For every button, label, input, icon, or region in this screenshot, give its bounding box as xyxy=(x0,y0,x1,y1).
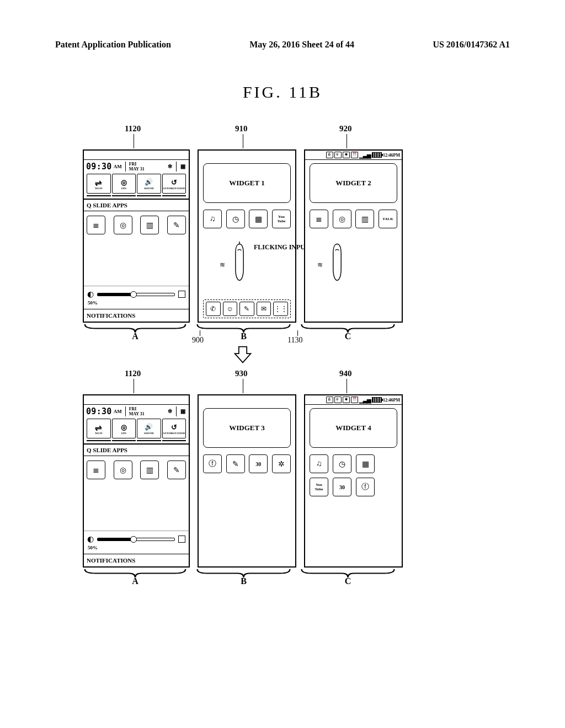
dock-apps-icon[interactable]: ⋮⋮ xyxy=(273,302,288,316)
callout-910: 910 xyxy=(235,124,248,133)
brightness-auto-checkbox[interactable] xyxy=(178,291,185,298)
brightness-icon: ◐ xyxy=(87,534,94,544)
figure-title: FIG. 11B xyxy=(0,83,565,101)
toggle-gps[interactable]: ◎ GPS xyxy=(112,174,136,194)
battery-icon xyxy=(372,397,382,403)
app-music-icon[interactable]: ♫ xyxy=(203,210,222,228)
signal-icon: ▁▃▅ xyxy=(359,152,371,158)
app-youtube-icon[interactable]: YouTube xyxy=(272,210,291,228)
brace-c2: C xyxy=(345,576,351,586)
brightness-auto-checkbox[interactable] xyxy=(178,536,185,543)
app-social-icon[interactable]: ⓕ xyxy=(356,478,375,496)
app-widgets-icon[interactable]: ▦ xyxy=(249,210,268,228)
widget-1[interactable]: WIDGET 1 xyxy=(203,163,291,203)
app-compass-icon[interactable]: ✲ xyxy=(272,454,291,473)
sound-icon: 🔊 xyxy=(145,178,153,187)
notifications-label: NOTIFICATIONS xyxy=(84,554,189,566)
qslide-app-1[interactable]: ≣ xyxy=(87,216,105,234)
status-time: 12:46PM xyxy=(383,398,400,403)
status-alarm-icon: ⏰ xyxy=(351,397,358,403)
clock-time: 09:30 xyxy=(86,406,112,416)
callout-930: 930 xyxy=(235,369,248,378)
app-draw-icon[interactable]: ✎ xyxy=(226,454,245,473)
app-calendar-icon[interactable]: 30 xyxy=(249,454,268,473)
qslide-app-1[interactable]: ≣ xyxy=(87,461,105,479)
qslide-apps-row: ≣ ◎ ▥ ✎ xyxy=(84,211,189,238)
motion-lines-icon: ≋ xyxy=(220,261,225,269)
qslide-app-4[interactable]: ✎ xyxy=(167,461,186,479)
qslide-app-3[interactable]: ▥ xyxy=(140,461,159,479)
brightness-icon: ◐ xyxy=(87,290,94,299)
app-widgets-icon[interactable]: ▦ xyxy=(356,454,375,473)
toggle-sound[interactable]: 🔊SOUND xyxy=(137,419,161,438)
grid-icon[interactable]: ▦ xyxy=(179,408,186,415)
settings-icon[interactable]: ✻ xyxy=(166,408,173,415)
rotate-icon: ↺ xyxy=(171,178,177,187)
qslide-app-4[interactable]: ✎ xyxy=(167,216,186,234)
row-1: 09:30 AM FRI MAY 31 ✻ ▦ ⇌ WI-FI xyxy=(83,149,403,323)
toggle-gps[interactable]: ◎GPS xyxy=(112,419,136,438)
app-memo-icon[interactable]: ≣ xyxy=(310,210,328,228)
clock-day: FRI xyxy=(129,406,145,411)
widget-4[interactable]: WIDGET 4 xyxy=(310,408,397,448)
app-talk-icon[interactable]: TALK xyxy=(379,210,397,228)
app-camera-icon[interactable]: ◎ xyxy=(333,210,351,228)
panel-b-top: WIDGET 1 ♫ ◷ ▦ YouTube ≋ FLICKING INPUT … xyxy=(198,149,296,323)
brightness-slider[interactable]: ◐ xyxy=(84,286,189,300)
qslide-app-2[interactable]: ◎ xyxy=(114,461,132,479)
dock-phone-icon[interactable]: ✆ xyxy=(206,302,221,316)
brace-a: A xyxy=(132,331,138,341)
app-clock-icon[interactable]: ◷ xyxy=(333,454,351,473)
settings-icon[interactable]: ✻ xyxy=(166,163,173,170)
panel-a-bottom: 09:30 AM FRI MAY 31 ✻ ▦ ⇌WI-FI ◎GPS 🔊SOU… xyxy=(83,394,190,568)
toggle-autorotation[interactable]: ↺AUTOROTATION xyxy=(162,419,186,438)
clock-date: MAY 31 xyxy=(129,411,145,416)
toggle-wifi[interactable]: ⇌ WI-FI xyxy=(87,174,111,194)
widget-2[interactable]: WIDGET 2 xyxy=(310,163,397,203)
panel-c-bottom: ⎙ ᯤ ✽ ⏰ ▁▃▅ 12:46PM WIDGET 4 ♫ ◷ ▦ YouTu… xyxy=(304,394,403,568)
status-wifi-icon: ᯤ xyxy=(334,152,342,158)
header-center: May 26, 2016 Sheet 24 of 44 xyxy=(249,40,354,50)
app-music-icon[interactable]: ♫ xyxy=(310,454,328,473)
grid-icon[interactable]: ▦ xyxy=(179,163,186,170)
status-bar xyxy=(84,151,189,160)
flicking-input-label: FLICKING INPUT xyxy=(254,243,310,251)
finger-icon xyxy=(230,242,249,283)
status-alarm-icon: ⏰ xyxy=(351,152,358,158)
panel-b-bottom: WIDGET 3 ⓕ ✎ 30 ✲ xyxy=(198,394,296,568)
status-icon-1: ⎙ xyxy=(326,152,333,158)
toggle-wifi[interactable]: ⇌WI-FI xyxy=(87,419,111,438)
dock-message-icon[interactable]: ✉ xyxy=(257,302,271,316)
brightness-value: 50% xyxy=(84,300,189,309)
brace-b2: B xyxy=(241,576,247,586)
toggle-sound[interactable]: 🔊 SOUND xyxy=(137,174,161,194)
qslide-app-3[interactable]: ▥ xyxy=(140,216,159,234)
dock-browser-icon[interactable]: ✎ xyxy=(239,302,254,316)
brightness-slider[interactable]: ◐ xyxy=(84,531,189,545)
clock-day: FRI xyxy=(129,162,145,167)
brightness-value: 50% xyxy=(84,545,189,554)
row-2: 09:30 AM FRI MAY 31 ✻ ▦ ⇌WI-FI ◎GPS 🔊SOU… xyxy=(83,394,403,568)
status-bar-c2: ⎙ ᯤ ✽ ⏰ ▁▃▅ 12:46PM xyxy=(305,395,402,405)
status-bt-icon: ✽ xyxy=(343,397,350,403)
dock-row: ✆ ☺ ✎ ✉ ⋮⋮ xyxy=(203,299,291,318)
clock-ampm: AM xyxy=(114,409,122,414)
clock-time: 09:30 xyxy=(86,162,112,172)
clock-date: MAY 31 xyxy=(129,167,145,172)
callout-1120-top: 1120 xyxy=(125,124,141,133)
notifications-label: NOTIFICATIONS xyxy=(84,309,189,322)
header-left: Patent Application Publication xyxy=(55,40,171,50)
toggle-autorotation[interactable]: ↺ AUTOROTATION xyxy=(162,174,186,194)
status-bar-c: ⎙ ᯤ ✽ ⏰ ▁▃▅ 12:46PM xyxy=(305,151,402,160)
widget-3[interactable]: WIDGET 3 xyxy=(203,408,291,448)
app-social-icon[interactable]: ⓕ xyxy=(203,454,222,473)
app-gallery-icon[interactable]: ▥ xyxy=(355,210,374,228)
clock-ampm: AM xyxy=(114,164,122,169)
app-calendar-icon[interactable]: 30 xyxy=(333,478,351,496)
app-youtube-icon[interactable]: YouTube xyxy=(310,478,328,496)
qslide-app-2[interactable]: ◎ xyxy=(114,216,132,234)
dock-contacts-icon[interactable]: ☺ xyxy=(223,302,238,316)
brightness-track[interactable] xyxy=(97,293,175,296)
app-clock-icon[interactable]: ◷ xyxy=(226,210,245,228)
panel-a-top: 09:30 AM FRI MAY 31 ✻ ▦ ⇌ WI-FI xyxy=(83,149,190,323)
